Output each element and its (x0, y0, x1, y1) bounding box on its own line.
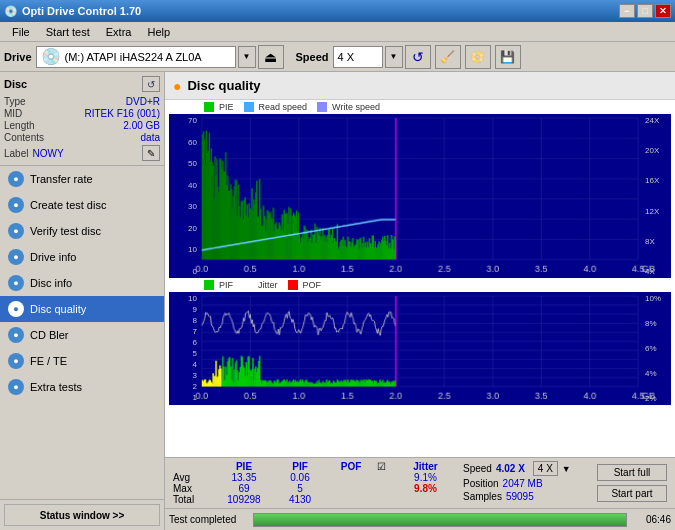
pof-color-box (288, 280, 298, 290)
jitter-color-box (243, 280, 253, 290)
speed-dropdown-arrow[interactable]: ▼ (385, 46, 403, 68)
disc-refresh-button[interactable]: ↺ (142, 76, 160, 92)
bottom-chart: 10 9 8 7 6 5 4 3 2 1 10% 8% 6% 4% 2% (169, 292, 671, 405)
nav-drive-info[interactable]: ● Drive info (0, 244, 164, 270)
fe-te-label: FE / TE (30, 355, 67, 367)
maximize-button[interactable]: □ (637, 4, 653, 18)
max-label: Max (173, 483, 213, 494)
position-label: Position (463, 478, 499, 489)
disc-label-key: Label (4, 148, 28, 159)
drive-value: (M:) ATAPI iHAS224 A ZL0A (65, 51, 202, 63)
speed-select[interactable]: 4 X (333, 46, 383, 68)
speed-pos-samples: Speed 4.02 X 4 X ▼ Position 2047 MB Samp… (463, 461, 593, 505)
speed-dropdown[interactable]: 4 X (533, 461, 558, 476)
speed-value: 4 X (338, 51, 355, 63)
test-completed-label: Test completed (169, 514, 249, 525)
disc-length-val: 2.00 GB (123, 120, 160, 131)
create-test-disc-icon: ● (8, 197, 24, 213)
progress-bar-container (253, 513, 627, 527)
samples-row: Samples 59095 (463, 491, 593, 502)
menu-start-test[interactable]: Start test (38, 24, 98, 40)
drive-eject-button[interactable]: ⏏ (258, 45, 284, 69)
disc-quality-title: Disc quality (187, 78, 260, 93)
disc-length-key: Length (4, 120, 35, 131)
minimize-button[interactable]: − (619, 4, 635, 18)
drive-info-icon: ● (8, 249, 24, 265)
disc-length-row: Length 2.00 GB (4, 120, 160, 131)
top-chart: 70 60 50 40 30 20 10 0 24X 20X 16X 12X 8… (169, 114, 671, 278)
nav-disc-quality[interactable]: ● Disc quality (0, 296, 164, 322)
total-label: Total (173, 494, 213, 505)
speed-label: Speed (296, 51, 329, 63)
jitter-legend: Jitter (243, 280, 278, 290)
start-full-button[interactable]: Start full (597, 464, 667, 481)
nav-disc-info[interactable]: ● Disc info (0, 270, 164, 296)
nav-items: ● Transfer rate ● Create test disc ● Ver… (0, 166, 164, 499)
app-title: Opti Drive Control 1.70 (22, 5, 141, 17)
max-pif: 5 (275, 483, 325, 494)
nav-fe-te[interactable]: ● FE / TE (0, 348, 164, 374)
pie-legend: PIE (204, 102, 234, 112)
write-speed-legend: Write speed (317, 102, 380, 112)
app-icon: 💿 (4, 5, 18, 18)
speed-row: Speed 4.02 X 4 X ▼ (463, 461, 593, 476)
disc-label-row: Label NOWY ✎ (4, 145, 160, 161)
avg-label: Avg (173, 472, 213, 483)
pof-legend: POF (288, 280, 322, 290)
verify-test-disc-icon: ● (8, 223, 24, 239)
start-part-button[interactable]: Start part (597, 485, 667, 502)
nav-transfer-rate[interactable]: ● Transfer rate (0, 166, 164, 192)
extra-tests-icon: ● (8, 379, 24, 395)
speed-label-stat: Speed (463, 463, 492, 474)
pie-header: PIE (214, 461, 274, 472)
drive-bar: Drive 💿 (M:) ATAPI iHAS224 A ZL0A ▼ ⏏ Sp… (0, 42, 675, 72)
disc-header: Disc ↺ (4, 76, 160, 92)
position-val: 2047 MB (503, 478, 543, 489)
bot-chart-canvas (169, 292, 671, 405)
read-speed-legend: Read speed (244, 102, 308, 112)
max-pie: 69 (214, 483, 274, 494)
nav-extra-tests[interactable]: ● Extra tests (0, 374, 164, 400)
nav-verify-test-disc[interactable]: ● Verify test disc (0, 218, 164, 244)
burn-button[interactable]: 📀 (465, 45, 491, 69)
disc-contents-row: Contents data (4, 132, 160, 143)
close-button[interactable]: ✕ (655, 4, 671, 18)
avg-pie: 13.35 (214, 472, 274, 483)
nav-create-test-disc[interactable]: ● Create test disc (0, 192, 164, 218)
refresh-button[interactable]: ↺ (405, 45, 431, 69)
drive-dropdown-arrow[interactable]: ▼ (238, 46, 256, 68)
cd-bler-icon: ● (8, 327, 24, 343)
drive-select[interactable]: 💿 (M:) ATAPI iHAS224 A ZL0A (36, 46, 236, 68)
disc-title: Disc (4, 78, 27, 90)
status-window-button[interactable]: Status window >> (4, 504, 160, 526)
samples-val: 59095 (506, 491, 534, 502)
stats-total-row: Total 109298 4130 (173, 494, 459, 505)
jitter-checkbox[interactable]: ☑ (377, 461, 397, 472)
bot-chart-legend: PIF Jitter POF (169, 280, 671, 290)
disc-label-val: NOWY (32, 148, 138, 159)
disc-type-key: Type (4, 96, 26, 107)
content-area: ● Disc quality PIE Read speed Write spee… (165, 72, 675, 530)
disc-contents-key: Contents (4, 132, 44, 143)
progress-bar-fill (254, 514, 626, 526)
title-bar: 💿 Opti Drive Control 1.70 − □ ✕ (0, 0, 675, 22)
disc-section: Disc ↺ Type DVD+R MID RITEK F16 (001) Le… (0, 72, 164, 166)
avg-pif: 0.06 (275, 472, 325, 483)
menu-file[interactable]: File (4, 24, 38, 40)
stats-avg-row: Avg 13.35 0.06 9.1% (173, 472, 459, 483)
stats-headers: PIE PIF POF ☑ Jitter (173, 461, 459, 472)
title-bar-controls: − □ ✕ (619, 4, 671, 18)
erase-button[interactable]: 🧹 (435, 45, 461, 69)
total-pie: 109298 (214, 494, 274, 505)
menu-extra[interactable]: Extra (98, 24, 140, 40)
stats-table: PIE PIF POF ☑ Jitter Avg 13.35 0.06 9.1%… (173, 461, 459, 505)
main-layout: Disc ↺ Type DVD+R MID RITEK F16 (001) Le… (0, 72, 675, 530)
disc-quality-icon-header: ● (173, 78, 181, 94)
drive-cd-icon: 💿 (41, 47, 61, 66)
disc-info-icon: ● (8, 275, 24, 291)
menu-help[interactable]: Help (139, 24, 178, 40)
stats-section: PIE PIF POF ☑ Jitter Avg 13.35 0.06 9.1%… (165, 457, 675, 508)
save-button[interactable]: 💾 (495, 45, 521, 69)
disc-label-edit-button[interactable]: ✎ (142, 145, 160, 161)
nav-cd-bler[interactable]: ● CD Bler (0, 322, 164, 348)
